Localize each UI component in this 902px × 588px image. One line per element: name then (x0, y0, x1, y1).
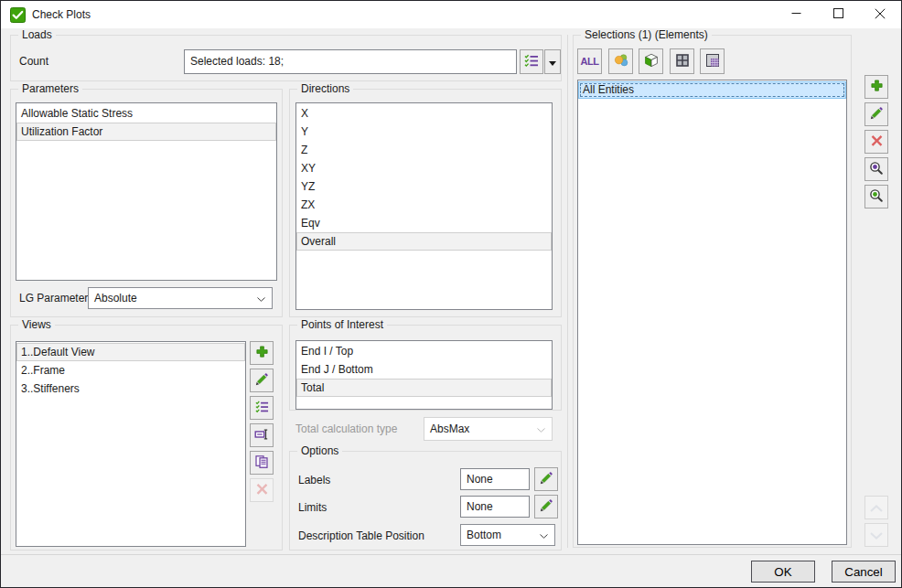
labels-field[interactable]: None (460, 468, 530, 490)
select-table-button[interactable] (700, 48, 725, 74)
app-check-icon (10, 7, 26, 23)
direction-item[interactable]: Eqv (296, 214, 552, 232)
select-all-button[interactable]: ALL (577, 48, 602, 74)
pencil-icon (539, 471, 553, 488)
delete-icon (255, 482, 269, 498)
selections-group-label: Selections (1) (Elements) (581, 28, 712, 42)
cancel-button[interactable]: Cancel (832, 561, 896, 583)
selection-item-selected[interactable]: All Entities (578, 81, 846, 99)
direction-item[interactable]: YZ (296, 177, 552, 196)
lg-parameter-combo[interactable]: Absolute (88, 287, 273, 309)
poi-item[interactable]: End J / Bottom (296, 360, 552, 379)
description-table-position-combo[interactable]: Bottom (460, 524, 555, 546)
add-view-button[interactable] (250, 341, 274, 365)
magnifier-green-icon (869, 188, 884, 206)
copy-view-button[interactable] (250, 451, 274, 475)
loads-group-label: Loads (18, 28, 56, 42)
delete-view-button (250, 478, 274, 502)
selections-list: All Entities (577, 80, 847, 545)
total-calculation-type-label: Total calculation type (295, 422, 397, 436)
points-of-interest-list: End I / Top End J / Bottom Total (295, 340, 553, 410)
edit-limits-button[interactable] (534, 495, 558, 519)
options-group-label: Options (297, 444, 342, 458)
chevron-down-icon (257, 292, 265, 305)
edit-labels-button[interactable] (534, 467, 558, 491)
maximize-icon (833, 8, 843, 21)
checklist-icon (255, 400, 269, 416)
ok-button[interactable]: OK (751, 561, 815, 583)
move-down-button (864, 523, 888, 547)
footer-divider (1, 554, 902, 555)
direction-item[interactable]: Z (296, 141, 552, 159)
minimize-button[interactable] (775, 1, 817, 28)
chevron-up-icon (870, 501, 883, 515)
view-item[interactable]: 3..Stiffeners (16, 380, 245, 398)
total-calculation-type-combo: AbsMax (424, 417, 553, 441)
plus-icon (255, 345, 269, 361)
parameter-item[interactable]: Allowable Static Stress (16, 104, 276, 123)
total-calculation-type-value: AbsMax (430, 422, 469, 435)
rename-view-button[interactable] (250, 423, 274, 447)
points-of-interest-group-label: Points of Interest (297, 318, 387, 332)
direction-item[interactable]: Y (296, 123, 552, 141)
directions-group-label: Directions (297, 82, 353, 96)
cube-icon (644, 53, 659, 70)
maximize-button[interactable] (817, 1, 859, 28)
direction-item[interactable]: X (296, 104, 552, 123)
parameters-group-label: Parameters (18, 82, 82, 96)
views-list: 1..Default View 2..Frame 3..Stiffeners (16, 341, 246, 547)
copy-icon (254, 454, 269, 472)
dropdown-arrow-icon (549, 55, 556, 69)
delete-icon (870, 134, 884, 150)
loads-checklist-button[interactable] (520, 49, 543, 74)
direction-item[interactable]: XY (296, 159, 552, 177)
loads-dropdown-button[interactable] (544, 49, 561, 74)
plus-icon (870, 79, 884, 95)
delete-selection-button[interactable] (864, 130, 888, 154)
parameter-item-selected[interactable]: Utilization Factor (16, 123, 276, 141)
edit-view-button[interactable] (250, 369, 274, 392)
chevron-down-icon (540, 529, 548, 541)
table-grid-icon (705, 53, 720, 70)
limits-label: Limits (298, 501, 327, 515)
magnifier-purple-icon (869, 161, 884, 178)
select-3d-button[interactable] (639, 48, 663, 74)
description-table-position-label: Description Table Position (298, 529, 424, 543)
window-title: Check Plots (32, 8, 91, 22)
minimize-icon (791, 8, 801, 21)
zoom-purple-button[interactable] (864, 157, 888, 181)
selected-loads-field[interactable]: Selected loads: 18; (184, 49, 517, 74)
spheres-icon (614, 53, 628, 70)
pencil-icon (869, 106, 884, 123)
count-label: Count (19, 55, 48, 69)
pencil-icon (254, 372, 269, 390)
add-selection-button[interactable] (864, 75, 888, 99)
directions-list: X Y Z XY YZ ZX Eqv Overall (295, 102, 553, 310)
view-item[interactable]: 2..Frame (16, 361, 245, 380)
parameters-list: Allowable Static Stress Utilization Fact… (16, 102, 277, 281)
poi-item-selected[interactable]: Total (296, 379, 552, 397)
direction-item-selected[interactable]: Overall (296, 232, 552, 251)
view-checklist-button[interactable] (250, 396, 274, 420)
poi-item[interactable]: End I / Top (296, 342, 552, 360)
move-up-button (864, 496, 888, 519)
vertical-divider (567, 35, 568, 548)
lg-parameter-value: Absolute (94, 292, 137, 305)
rename-icon (254, 427, 269, 444)
direction-item[interactable]: ZX (296, 196, 552, 214)
all-text-icon: ALL (581, 56, 599, 67)
close-button[interactable] (859, 1, 901, 28)
labels-label: Labels (298, 474, 330, 487)
lg-parameter-label: LG Parameter (19, 292, 88, 305)
description-table-position-value: Bottom (467, 529, 501, 541)
limits-field[interactable]: None (460, 496, 530, 518)
select-by-color-button[interactable] (608, 48, 633, 74)
checklist-icon (524, 53, 539, 70)
window-grid-icon (675, 53, 690, 70)
chevron-down-icon (537, 422, 545, 435)
zoom-green-button[interactable] (864, 185, 888, 208)
chevron-down-icon (870, 529, 883, 542)
select-window-button[interactable] (670, 48, 694, 74)
edit-selection-button[interactable] (864, 102, 888, 126)
view-item-selected[interactable]: 1..Default View (16, 343, 245, 361)
